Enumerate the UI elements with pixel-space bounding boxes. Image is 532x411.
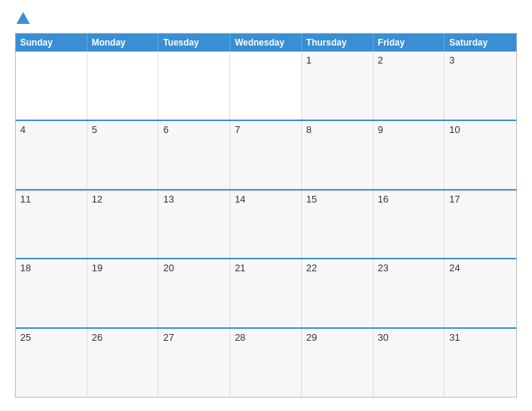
page-header: [15, 13, 517, 25]
calendar-header-cell: Friday: [374, 34, 445, 52]
calendar-cell: 21: [230, 259, 302, 327]
calendar-body: 1234567891011121314151617181920212223242…: [16, 52, 516, 397]
day-number: 19: [92, 262, 102, 274]
calendar-cell: [87, 52, 159, 120]
logo-triangle-icon: [16, 12, 30, 24]
calendar-cell: 14: [230, 191, 302, 259]
calendar-cell: 5: [87, 121, 159, 189]
day-number: 11: [20, 194, 31, 205]
calendar-cell: 4: [16, 121, 87, 189]
day-number: 16: [378, 194, 389, 205]
calendar-cell: 23: [374, 259, 445, 327]
day-number: 8: [306, 124, 312, 135]
day-number: 31: [449, 332, 460, 343]
day-number: 10: [449, 124, 460, 135]
calendar-cell: 8: [302, 121, 374, 189]
calendar-cell: 29: [302, 329, 374, 397]
calendar-cell: 18: [16, 259, 87, 327]
calendar-cell: 1: [302, 52, 374, 120]
calendar-cell: [230, 52, 302, 120]
calendar-cell: 11: [16, 191, 87, 259]
calendar-header-cell: Monday: [87, 34, 159, 52]
day-number: 24: [449, 262, 460, 274]
calendar-cell: 13: [158, 191, 230, 259]
calendar-cell: 3: [445, 52, 516, 120]
calendar-week: 45678910: [16, 121, 516, 191]
calendar-cell: 7: [230, 121, 302, 189]
calendar-cell: [16, 52, 87, 120]
calendar-cell: 12: [87, 191, 159, 259]
calendar-cell: 19: [87, 259, 159, 327]
day-number: 26: [92, 332, 102, 343]
calendar-cell: 20: [158, 259, 230, 327]
day-number: 25: [20, 332, 31, 343]
calendar-header: SundayMondayTuesdayWednesdayThursdayFrid…: [16, 34, 516, 52]
day-number: 18: [20, 262, 31, 274]
calendar-cell: 24: [445, 259, 516, 327]
day-number: 22: [306, 262, 317, 274]
day-number: 6: [163, 124, 168, 135]
calendar-cell: 16: [374, 191, 445, 259]
calendar-header-cell: Sunday: [16, 34, 87, 52]
day-number: 30: [378, 332, 389, 343]
calendar-cell: 17: [445, 191, 516, 259]
calendar-header-cell: Wednesday: [230, 34, 302, 52]
day-number: 9: [378, 124, 383, 135]
day-number: 13: [163, 194, 173, 205]
day-number: 23: [378, 262, 389, 274]
calendar-header-cell: Saturday: [445, 34, 516, 52]
calendar-cell: 22: [302, 259, 374, 327]
calendar-cell: 27: [158, 329, 230, 397]
day-number: 27: [163, 332, 173, 343]
calendar-grid: SundayMondayTuesdayWednesdayThursdayFrid…: [15, 33, 517, 398]
calendar-cell: 9: [374, 121, 445, 189]
day-number: 4: [20, 124, 25, 135]
calendar-cell: [158, 52, 230, 120]
calendar-cell: 28: [230, 329, 302, 397]
day-number: 20: [163, 262, 173, 274]
calendar-week: 11121314151617: [16, 191, 516, 260]
calendar-header-cell: Tuesday: [158, 34, 230, 52]
day-number: 12: [92, 194, 102, 205]
day-number: 2: [378, 55, 383, 66]
calendar-header-cell: Thursday: [302, 34, 374, 52]
day-number: 15: [306, 194, 317, 205]
calendar-week: 18192021222324: [16, 259, 516, 329]
calendar-week: 123: [16, 52, 516, 121]
day-number: 7: [235, 124, 240, 135]
calendar-page: SundayMondayTuesdayWednesdayThursdayFrid…: [0, 0, 532, 411]
day-number: 14: [235, 194, 245, 205]
calendar-cell: 2: [374, 52, 445, 120]
day-number: 28: [235, 332, 245, 343]
day-number: 21: [235, 262, 245, 274]
calendar-week: 25262728293031: [16, 329, 516, 397]
day-number: 3: [449, 55, 454, 66]
calendar-cell: 25: [16, 329, 87, 397]
calendar-cell: 30: [374, 329, 445, 397]
day-number: 1: [306, 55, 312, 66]
calendar-cell: 6: [158, 121, 230, 189]
calendar-cell: 15: [302, 191, 374, 259]
day-number: 29: [306, 332, 317, 343]
logo: [15, 13, 30, 25]
day-number: 17: [449, 194, 460, 205]
calendar-cell: 31: [445, 329, 516, 397]
calendar-cell: 26: [87, 329, 159, 397]
calendar-cell: 10: [445, 121, 516, 189]
day-number: 5: [92, 124, 97, 135]
